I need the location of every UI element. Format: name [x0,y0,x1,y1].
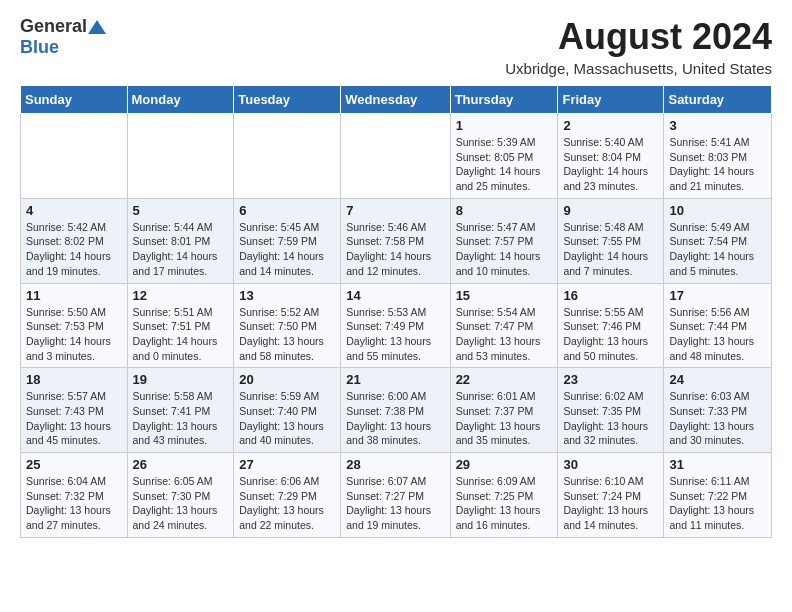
day-number: 20 [239,372,335,387]
day-info: Sunrise: 5:52 AM Sunset: 7:50 PM Dayligh… [239,305,335,364]
calendar-cell: 12Sunrise: 5:51 AM Sunset: 7:51 PM Dayli… [127,283,234,368]
column-header-saturday: Saturday [664,86,772,114]
calendar-cell: 21Sunrise: 6:00 AM Sunset: 7:38 PM Dayli… [341,368,450,453]
day-number: 17 [669,288,766,303]
day-info: Sunrise: 6:06 AM Sunset: 7:29 PM Dayligh… [239,474,335,533]
calendar-cell: 9Sunrise: 5:48 AM Sunset: 7:55 PM Daylig… [558,198,664,283]
calendar-cell: 14Sunrise: 5:53 AM Sunset: 7:49 PM Dayli… [341,283,450,368]
day-info: Sunrise: 5:56 AM Sunset: 7:44 PM Dayligh… [669,305,766,364]
day-number: 18 [26,372,122,387]
day-info: Sunrise: 6:07 AM Sunset: 7:27 PM Dayligh… [346,474,444,533]
day-number: 9 [563,203,658,218]
day-number: 3 [669,118,766,133]
calendar-cell: 7Sunrise: 5:46 AM Sunset: 7:58 PM Daylig… [341,198,450,283]
calendar-cell: 22Sunrise: 6:01 AM Sunset: 7:37 PM Dayli… [450,368,558,453]
day-info: Sunrise: 5:51 AM Sunset: 7:51 PM Dayligh… [133,305,229,364]
day-info: Sunrise: 5:59 AM Sunset: 7:40 PM Dayligh… [239,389,335,448]
day-number: 8 [456,203,553,218]
column-header-wednesday: Wednesday [341,86,450,114]
calendar-table: SundayMondayTuesdayWednesdayThursdayFrid… [20,85,772,538]
calendar-cell: 26Sunrise: 6:05 AM Sunset: 7:30 PM Dayli… [127,453,234,538]
day-number: 25 [26,457,122,472]
calendar-header: SundayMondayTuesdayWednesdayThursdayFrid… [21,86,772,114]
day-info: Sunrise: 5:42 AM Sunset: 8:02 PM Dayligh… [26,220,122,279]
day-number: 14 [346,288,444,303]
calendar-cell: 6Sunrise: 5:45 AM Sunset: 7:59 PM Daylig… [234,198,341,283]
calendar-cell [341,114,450,199]
calendar-cell: 19Sunrise: 5:58 AM Sunset: 7:41 PM Dayli… [127,368,234,453]
calendar-cell: 16Sunrise: 5:55 AM Sunset: 7:46 PM Dayli… [558,283,664,368]
column-header-monday: Monday [127,86,234,114]
day-info: Sunrise: 5:40 AM Sunset: 8:04 PM Dayligh… [563,135,658,194]
day-number: 30 [563,457,658,472]
calendar-cell: 25Sunrise: 6:04 AM Sunset: 7:32 PM Dayli… [21,453,128,538]
column-header-tuesday: Tuesday [234,86,341,114]
calendar-cell: 2Sunrise: 5:40 AM Sunset: 8:04 PM Daylig… [558,114,664,199]
day-number: 11 [26,288,122,303]
svg-marker-0 [88,20,106,34]
calendar-cell: 20Sunrise: 5:59 AM Sunset: 7:40 PM Dayli… [234,368,341,453]
day-number: 1 [456,118,553,133]
day-info: Sunrise: 6:10 AM Sunset: 7:24 PM Dayligh… [563,474,658,533]
day-number: 12 [133,288,229,303]
day-info: Sunrise: 5:46 AM Sunset: 7:58 PM Dayligh… [346,220,444,279]
day-info: Sunrise: 5:49 AM Sunset: 7:54 PM Dayligh… [669,220,766,279]
day-info: Sunrise: 6:02 AM Sunset: 7:35 PM Dayligh… [563,389,658,448]
day-number: 15 [456,288,553,303]
day-info: Sunrise: 6:03 AM Sunset: 7:33 PM Dayligh… [669,389,766,448]
page-subtitle: Uxbridge, Massachusetts, United States [505,60,772,77]
day-number: 22 [456,372,553,387]
day-number: 31 [669,457,766,472]
day-info: Sunrise: 5:47 AM Sunset: 7:57 PM Dayligh… [456,220,553,279]
column-header-thursday: Thursday [450,86,558,114]
calendar-cell [234,114,341,199]
day-info: Sunrise: 5:44 AM Sunset: 8:01 PM Dayligh… [133,220,229,279]
day-number: 4 [26,203,122,218]
column-header-friday: Friday [558,86,664,114]
logo-general-text: General [20,16,87,37]
day-number: 26 [133,457,229,472]
calendar-cell: 29Sunrise: 6:09 AM Sunset: 7:25 PM Dayli… [450,453,558,538]
day-info: Sunrise: 5:48 AM Sunset: 7:55 PM Dayligh… [563,220,658,279]
day-info: Sunrise: 5:45 AM Sunset: 7:59 PM Dayligh… [239,220,335,279]
day-number: 6 [239,203,335,218]
day-number: 7 [346,203,444,218]
calendar-week-1: 1Sunrise: 5:39 AM Sunset: 8:05 PM Daylig… [21,114,772,199]
day-info: Sunrise: 5:53 AM Sunset: 7:49 PM Dayligh… [346,305,444,364]
calendar-week-2: 4Sunrise: 5:42 AM Sunset: 8:02 PM Daylig… [21,198,772,283]
day-info: Sunrise: 6:04 AM Sunset: 7:32 PM Dayligh… [26,474,122,533]
day-info: Sunrise: 5:58 AM Sunset: 7:41 PM Dayligh… [133,389,229,448]
calendar-cell: 11Sunrise: 5:50 AM Sunset: 7:53 PM Dayli… [21,283,128,368]
logo-blue-text: Blue [20,37,59,57]
page-title: August 2024 [505,16,772,58]
calendar-cell: 23Sunrise: 6:02 AM Sunset: 7:35 PM Dayli… [558,368,664,453]
day-number: 27 [239,457,335,472]
day-number: 5 [133,203,229,218]
calendar-cell [21,114,128,199]
calendar-cell: 31Sunrise: 6:11 AM Sunset: 7:22 PM Dayli… [664,453,772,538]
day-info: Sunrise: 5:57 AM Sunset: 7:43 PM Dayligh… [26,389,122,448]
day-info: Sunrise: 6:01 AM Sunset: 7:37 PM Dayligh… [456,389,553,448]
calendar-cell: 30Sunrise: 6:10 AM Sunset: 7:24 PM Dayli… [558,453,664,538]
calendar-cell: 18Sunrise: 5:57 AM Sunset: 7:43 PM Dayli… [21,368,128,453]
day-number: 21 [346,372,444,387]
day-number: 10 [669,203,766,218]
header: General Blue August 2024 Uxbridge, Massa… [20,16,772,77]
calendar-cell: 8Sunrise: 5:47 AM Sunset: 7:57 PM Daylig… [450,198,558,283]
day-number: 24 [669,372,766,387]
column-header-sunday: Sunday [21,86,128,114]
day-info: Sunrise: 6:00 AM Sunset: 7:38 PM Dayligh… [346,389,444,448]
day-info: Sunrise: 6:09 AM Sunset: 7:25 PM Dayligh… [456,474,553,533]
day-info: Sunrise: 5:55 AM Sunset: 7:46 PM Dayligh… [563,305,658,364]
calendar-cell: 24Sunrise: 6:03 AM Sunset: 7:33 PM Dayli… [664,368,772,453]
day-number: 19 [133,372,229,387]
day-info: Sunrise: 5:39 AM Sunset: 8:05 PM Dayligh… [456,135,553,194]
calendar-cell: 1Sunrise: 5:39 AM Sunset: 8:05 PM Daylig… [450,114,558,199]
calendar-cell: 13Sunrise: 5:52 AM Sunset: 7:50 PM Dayli… [234,283,341,368]
logo-triangle-icon [88,18,106,36]
day-info: Sunrise: 5:41 AM Sunset: 8:03 PM Dayligh… [669,135,766,194]
day-number: 29 [456,457,553,472]
calendar-week-3: 11Sunrise: 5:50 AM Sunset: 7:53 PM Dayli… [21,283,772,368]
logo: General Blue [20,16,106,58]
day-info: Sunrise: 5:54 AM Sunset: 7:47 PM Dayligh… [456,305,553,364]
